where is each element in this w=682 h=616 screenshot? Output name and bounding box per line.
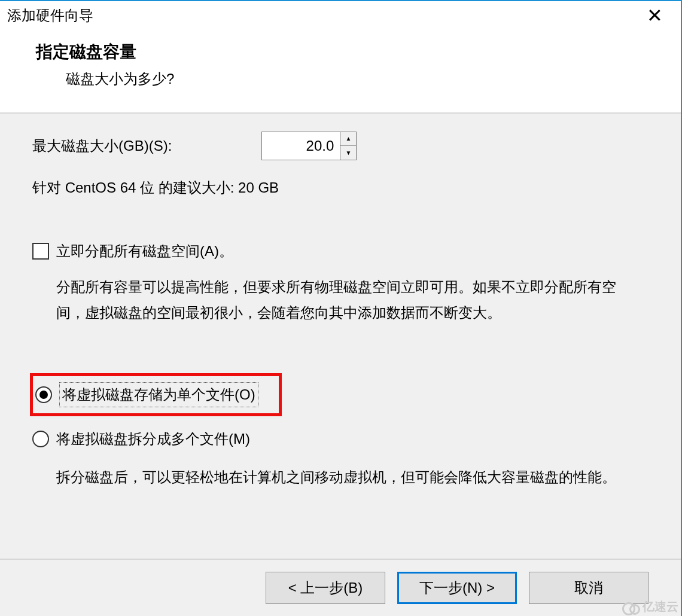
wizard-footer: < 上一步(B) 下一步(N) > 取消 (0, 559, 681, 616)
allocate-now-label: 立即分配所有磁盘空间(A)。 (56, 240, 233, 262)
watermark-text: 亿速云 (643, 599, 678, 615)
disk-size-row: 最大磁盘大小(GB)(S): ▲ ▼ (32, 132, 648, 160)
store-single-row[interactable]: 将虚拟磁盘存储为单个文件(O) (30, 373, 282, 416)
watermark: 亿速云 (622, 599, 678, 615)
disk-size-label: 最大磁盘大小(GB)(S): (32, 135, 172, 157)
page-subtitle: 磁盘大小为多少? (36, 69, 645, 89)
store-split-radio[interactable] (32, 431, 49, 447)
storage-radio-group: 将虚拟磁盘存储为单个文件(O) 将虚拟磁盘拆分成多个文件(M) 拆分磁盘后，可以… (32, 373, 648, 490)
close-icon[interactable]: ✕ (641, 6, 669, 25)
spin-up-icon[interactable]: ▲ (340, 132, 356, 146)
store-split-row[interactable]: 将虚拟磁盘拆分成多个文件(M) (32, 428, 648, 450)
store-split-description: 拆分磁盘后，可以更轻松地在计算机之间移动虚拟机，但可能会降低大容量磁盘的性能。 (32, 464, 631, 490)
store-single-radio[interactable] (35, 386, 52, 403)
store-single-label: 将虚拟磁盘存储为单个文件(O) (59, 382, 258, 407)
watermark-icon (622, 601, 640, 613)
store-split-label: 将虚拟磁盘拆分成多个文件(M) (56, 428, 250, 450)
content-area: 最大磁盘大小(GB)(S): ▲ ▼ 针对 CentOS 64 位 的建议大小:… (0, 114, 681, 559)
wizard-window: 添加硬件向导 ✕ 指定磁盘容量 磁盘大小为多少? 最大磁盘大小(GB)(S): … (0, 0, 682, 616)
wizard-header: 指定磁盘容量 磁盘大小为多少? (0, 30, 681, 114)
next-button[interactable]: 下一步(N) > (397, 572, 517, 604)
disk-size-input[interactable] (262, 132, 340, 160)
title-bar: 添加硬件向导 ✕ (0, 1, 681, 30)
window-title: 添加硬件向导 (7, 6, 93, 25)
page-title: 指定磁盘容量 (36, 41, 645, 63)
disk-size-spinner[interactable]: ▲ ▼ (261, 132, 357, 160)
allocate-now-row[interactable]: 立即分配所有磁盘空间(A)。 (32, 240, 648, 262)
allocate-now-checkbox[interactable] (32, 243, 49, 260)
spinner-buttons: ▲ ▼ (340, 132, 356, 160)
back-button[interactable]: < 上一步(B) (266, 572, 385, 604)
allocate-description: 分配所有容量可以提高性能，但要求所有物理磁盘空间立即可用。如果不立即分配所有空间… (32, 274, 631, 325)
spin-down-icon[interactable]: ▼ (340, 146, 356, 160)
recommended-size-text: 针对 CentOS 64 位 的建议大小: 20 GB (32, 177, 648, 199)
